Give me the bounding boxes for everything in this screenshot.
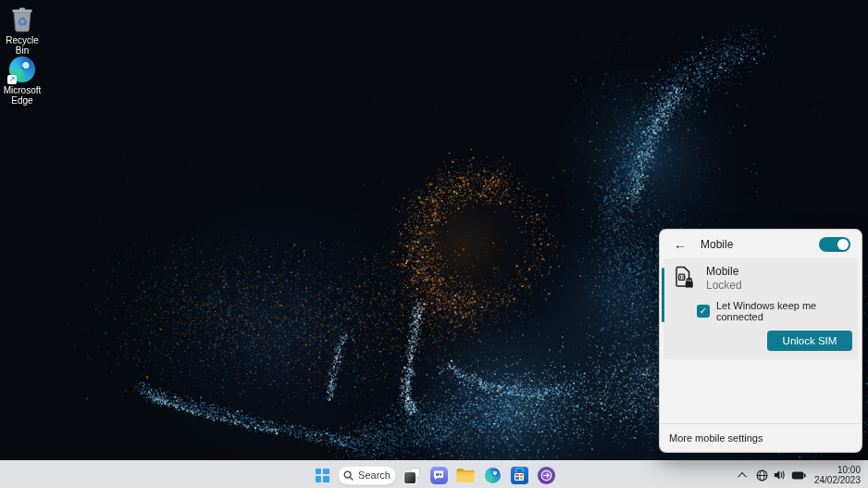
svg-text:♻: ♻: [17, 15, 28, 29]
battery-icon: [791, 470, 806, 481]
edge-icon: ↗: [8, 56, 36, 83]
desktop-icon-recycle-bin[interactable]: ♻ Recycle Bin: [0, 6, 44, 56]
more-mobile-settings-link[interactable]: More mobile settings: [669, 432, 763, 444]
selection-indicator: [662, 268, 664, 322]
chevron-up-icon: [738, 471, 747, 481]
chat-icon: [430, 467, 448, 484]
globe-icon: [756, 469, 768, 482]
search-icon: [343, 470, 353, 481]
shortcut-arrow-badge: ↗: [7, 75, 17, 84]
checkbox-label: Let Windows keep me connected: [716, 300, 852, 322]
clock-date: 24/02/2023: [814, 475, 861, 486]
desktop-icon-label: Recycle Bin: [0, 35, 44, 56]
sim-lock-icon: [673, 266, 695, 290]
taskbar-app-file-explorer[interactable]: [454, 464, 477, 486]
recycle-bin-icon: ♻: [8, 6, 36, 33]
start-button[interactable]: [311, 464, 333, 486]
panel-empty-area: [660, 359, 862, 423]
tray-show-hidden-icons[interactable]: [736, 464, 751, 486]
tray-quick-settings[interactable]: [751, 464, 811, 486]
clock-time: 10:00: [814, 465, 861, 476]
circle-arrow-icon: [538, 467, 555, 484]
taskbar-app-store[interactable]: [508, 464, 530, 486]
mobile-network-card: Mobile Locked ✓ Let Windows keep me conn…: [663, 258, 858, 359]
checkbox-check-icon: ✓: [700, 306, 707, 316]
mobile-toggle[interactable]: [819, 237, 850, 252]
windows-logo-icon: [316, 469, 329, 482]
back-button[interactable]: ←: [671, 235, 689, 254]
tray-clock[interactable]: 10:00 24/02/2023: [811, 465, 866, 486]
store-icon: [511, 467, 528, 484]
edge-icon: [485, 468, 501, 483]
panel-header: ← Mobile: [660, 230, 862, 257]
network-status: Locked: [706, 279, 742, 292]
speaker-icon: [774, 469, 786, 481]
panel-title: Mobile: [701, 238, 733, 251]
task-view-icon: [404, 468, 420, 483]
desktop-icon-label: Microsoft Edge: [0, 85, 44, 106]
desktop-icon-edge[interactable]: ↗ Microsoft Edge: [0, 56, 44, 106]
taskbar-app-chat[interactable]: [428, 464, 450, 486]
checkbox[interactable]: ✓: [697, 305, 710, 318]
desktop: ♻ Recycle Bin ↗ Microsoft Edge ← Mobile: [0, 0, 868, 488]
taskbar-app-circle-arrow[interactable]: [535, 464, 557, 486]
network-name: Mobile: [706, 265, 742, 278]
folder-icon: [456, 468, 475, 482]
network-row[interactable]: Mobile Locked: [671, 265, 852, 292]
taskbar-app-task-view[interactable]: [401, 464, 423, 486]
taskbar-app-edge[interactable]: [481, 464, 503, 486]
panel-footer: More mobile settings: [660, 423, 862, 452]
keep-connected-checkbox-row[interactable]: ✓ Let Windows keep me connected: [697, 300, 852, 322]
unlock-sim-button[interactable]: Unlock SIM: [767, 331, 852, 351]
search-box[interactable]: Search: [338, 466, 396, 485]
search-label: Search: [358, 469, 391, 481]
taskbar: Search: [0, 460, 868, 488]
back-arrow-icon: ←: [674, 237, 687, 252]
mobile-flyout-panel: ← Mobile: [659, 229, 862, 453]
toggle-knob: [837, 239, 849, 250]
